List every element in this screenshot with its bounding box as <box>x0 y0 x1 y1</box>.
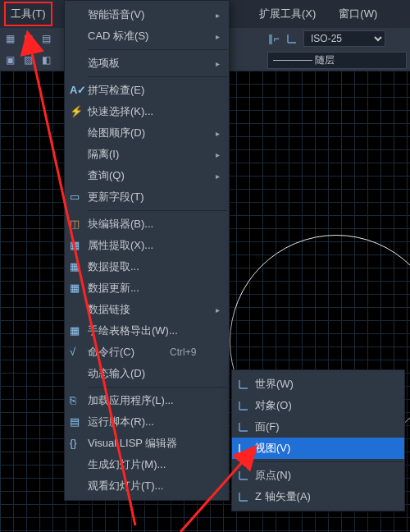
sm-world[interactable]: 世界(W) <box>232 374 404 395</box>
mi-dataupd[interactable]: ▦数据更新... <box>65 277 229 299</box>
menu-window[interactable]: 窗口(W) <box>334 3 382 25</box>
ucs-view-icon <box>232 442 255 455</box>
prop-icon[interactable]: ▣ <box>3 53 16 66</box>
mi-cadstd[interactable]: CAD 标准(S)▸ <box>65 25 229 47</box>
qselect-icon: ⚡ <box>65 105 88 118</box>
attext-icon: ▦ <box>65 239 88 252</box>
mi-updfield[interactable]: ▭更新字段(T) <box>65 186 229 208</box>
dim-icon[interactable]: ▦ <box>3 32 16 45</box>
spell-icon: A✓ <box>65 84 88 97</box>
mi-spell[interactable]: A✓拼写检查(E) <box>65 80 229 101</box>
mi-cmdline[interactable]: √命令行(C)Ctrl+9 <box>65 342 229 363</box>
ucs-object-icon <box>232 399 255 412</box>
mi-bedit[interactable]: ◫块编辑器(B)... <box>65 213 229 235</box>
mi-dyninput[interactable]: 动态输入(D) <box>65 363 229 384</box>
ucs-zaxis-icon <box>232 490 255 503</box>
field-icon: ▭ <box>65 190 88 204</box>
menu-tools[interactable]: 工具(T) <box>4 2 52 26</box>
sm-view[interactable]: 视图(V) <box>232 438 404 459</box>
ucs-world-icon <box>232 378 255 391</box>
vlisp-icon: {} <box>65 437 88 450</box>
dataupd-icon: ▦ <box>65 282 88 295</box>
script-icon: ▤ <box>65 415 88 429</box>
mi-isolate[interactable]: 隔离(I)▸ <box>65 144 229 165</box>
ucs-face-icon <box>232 420 255 433</box>
menu-ext-tools[interactable]: 扩展工具(X) <box>254 3 321 25</box>
dim-icon2[interactable]: ▥ <box>21 32 34 45</box>
prop-icon3[interactable]: ◧ <box>39 53 52 66</box>
mi-datalink[interactable]: 数据链接▸ <box>65 299 229 320</box>
dataext-icon: ▦ <box>65 260 88 273</box>
ucs-icon[interactable] <box>285 32 298 45</box>
tblexp-icon: ▦ <box>65 324 88 337</box>
appload-icon: ⎘ <box>65 394 88 407</box>
sm-face[interactable]: 面(F) <box>232 416 404 438</box>
cmdline-icon: √ <box>65 346 88 359</box>
dimstyle-select[interactable]: ISO-25 <box>303 30 385 47</box>
mi-attext[interactable]: ▦属性提取(X)... <box>65 235 229 256</box>
mi-vlisp[interactable]: {}Visual LISP 编辑器 <box>65 433 229 454</box>
mi-inquiry[interactable]: 查询(Q)▸ <box>65 165 229 186</box>
mi-mkslide[interactable]: 生成幻灯片(M)... <box>65 454 229 475</box>
measure-icon[interactable]: ‖⌐ <box>267 32 280 45</box>
dim-icon3[interactable]: ▤ <box>39 32 52 45</box>
mi-tblexp[interactable]: ▦手绘表格导出(W)... <box>65 320 229 342</box>
ucs-origin-icon <box>232 469 255 482</box>
ucs-submenu: 世界(W) 对象(O) 面(F) 视图(V) 原点(N) Z 轴矢量(A) <box>231 369 405 511</box>
tools-dropdown: 智能语音(V)▸ CAD 标准(S)▸ 选项板▸ A✓拼写检查(E) ⚡快速选择… <box>64 0 230 501</box>
mi-palettes[interactable]: 选项板▸ <box>65 53 229 74</box>
mi-qselect[interactable]: ⚡快速选择(K)... <box>65 101 229 122</box>
linetype-select[interactable]: ———— 随层 <box>267 52 407 69</box>
mi-script[interactable]: ▤运行脚本(R)... <box>65 411 229 433</box>
bedit-icon: ◫ <box>65 218 88 231</box>
prop-icon2[interactable]: ▨ <box>21 53 34 66</box>
mi-voice[interactable]: 智能语音(V)▸ <box>65 4 229 25</box>
mi-vslide[interactable]: 观看幻灯片(T)... <box>65 475 229 497</box>
mi-appload[interactable]: ⎘加载应用程序(L)... <box>65 390 229 411</box>
sm-origin[interactable]: 原点(N) <box>232 465 404 486</box>
mi-draworder[interactable]: 绘图顺序(D)▸ <box>65 122 229 144</box>
sm-object[interactable]: 对象(O) <box>232 395 404 416</box>
mi-dataext[interactable]: ▦数据提取... <box>65 256 229 277</box>
sm-zaxis[interactable]: Z 轴矢量(A) <box>232 486 404 507</box>
